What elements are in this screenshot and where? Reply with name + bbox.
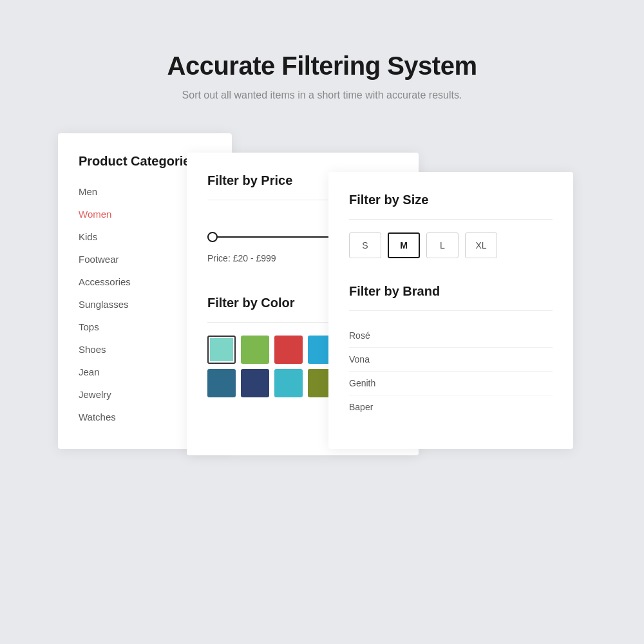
size-options: S M L XL bbox=[349, 232, 553, 258]
brand-item-baper[interactable]: Baper bbox=[349, 395, 553, 419]
size-btn-m[interactable]: M bbox=[388, 232, 420, 258]
color-swatch-teal[interactable] bbox=[207, 336, 236, 364]
color-swatch-red[interactable] bbox=[274, 336, 303, 364]
page-subtitle: Sort out all wanted items in a short tim… bbox=[167, 90, 477, 101]
brand-item-genith[interactable]: Genith bbox=[349, 372, 553, 395]
size-brand-card: Filter by Size S M L XL Filter by Brand … bbox=[328, 172, 573, 449]
brand-divider bbox=[349, 310, 553, 311]
size-title: Filter by Size bbox=[349, 193, 553, 207]
color-swatch-darkblue[interactable] bbox=[207, 369, 236, 397]
brand-item-rose[interactable]: Rosé bbox=[349, 324, 553, 348]
size-divider bbox=[349, 219, 553, 220]
color-swatch-navy[interactable] bbox=[241, 369, 269, 397]
color-swatch-green[interactable] bbox=[241, 336, 269, 364]
page-wrapper: Accurate Filtering System Sort out all w… bbox=[0, 0, 644, 644]
size-btn-l[interactable]: L bbox=[426, 232, 459, 258]
brand-item-vona[interactable]: Vona bbox=[349, 348, 553, 372]
brand-list: Rosé Vona Genith Baper bbox=[349, 324, 553, 419]
brand-title: Filter by Brand bbox=[349, 284, 553, 299]
page-title: Accurate Filtering System bbox=[167, 52, 477, 80]
color-swatch-cyan[interactable] bbox=[274, 369, 303, 397]
header-section: Accurate Filtering System Sort out all w… bbox=[167, 52, 477, 101]
size-btn-xl[interactable]: XL bbox=[465, 232, 497, 258]
cards-container: Product Categories Men Women Kids Footwe… bbox=[58, 133, 586, 494]
range-thumb[interactable] bbox=[207, 232, 218, 242]
size-btn-s[interactable]: S bbox=[349, 232, 381, 258]
